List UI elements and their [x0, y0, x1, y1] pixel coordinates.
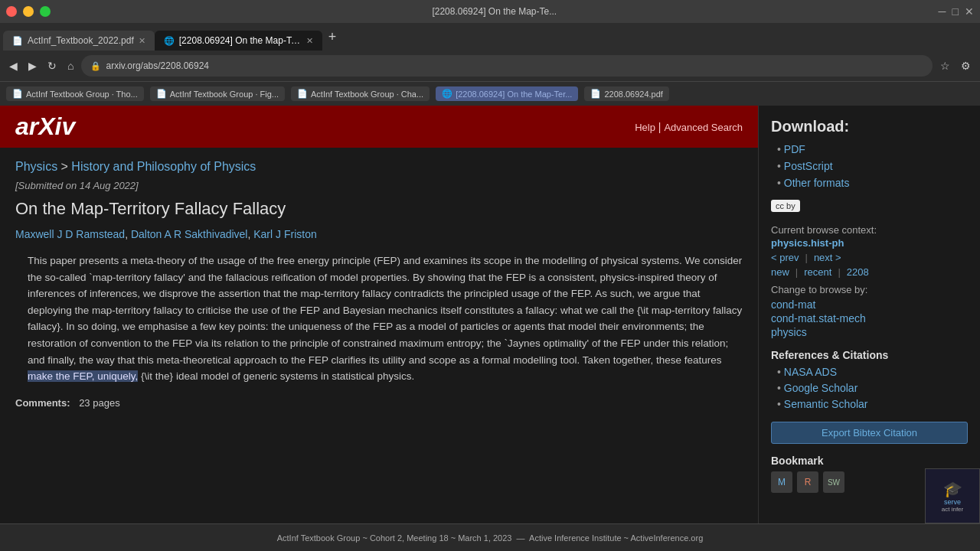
main-content: arXiv Help | Advanced Search Physics > H… [0, 106, 758, 551]
download-ps-item: PostScript [777, 160, 968, 172]
bookmark-star[interactable]: ☆ [937, 57, 953, 75]
forward-button[interactable]: ▶ [25, 57, 40, 75]
browse-nav-links: < prev | next > [771, 252, 968, 263]
ref-nasa-item: NASA ADS [777, 366, 968, 378]
bookmark-1[interactable]: 📄 ActInf Textbook Group · Tho... [6, 86, 144, 101]
next-link[interactable]: next > [814, 252, 841, 263]
submitted-date: [Submitted on 14 Aug 2022] [15, 180, 743, 191]
bookmark-3[interactable]: 📄 ActInf Textbook Group · Cha... [291, 86, 430, 101]
tab-pdf-icon: 📄 [12, 36, 23, 46]
change-browse-label: Change to browse by: [771, 284, 968, 295]
tab-arxiv-close[interactable]: ✕ [306, 36, 313, 46]
browse-cond-mat-link[interactable]: cond-mat [771, 298, 968, 311]
abstract: This paper presents a meta-theory of the… [15, 253, 743, 385]
maximize-button[interactable] [40, 6, 51, 17]
serve-badge-icon: 🎓 [943, 480, 962, 498]
abstract-text-after: {\it the} ideal model of generic systems… [138, 370, 414, 382]
bookmarks-bar: 📄 ActInf Textbook Group · Tho... 📄 ActIn… [0, 81, 980, 106]
tab-arxiv-icon: 🌐 [164, 36, 175, 46]
minimize-button[interactable] [23, 6, 34, 17]
help-link[interactable]: Help [635, 122, 655, 133]
serve-badge: 🎓 serve act infer [925, 468, 980, 523]
footer-line2: Active Inference Institute ~ ActiveInfer… [529, 533, 703, 543]
author-1-link[interactable]: Maxwell J D Ramstead [15, 228, 125, 240]
new-tab-button[interactable]: + [322, 26, 343, 48]
refs-title: References & Citations [771, 349, 968, 361]
abstract-highlight: make the FEP, uniquely, [28, 370, 138, 382]
window-control-max[interactable]: □ [952, 5, 959, 18]
author-2-link[interactable]: Dalton A R Sakthivadivel [131, 228, 248, 240]
extensions-button[interactable]: ⚙ [958, 57, 974, 75]
bookmark-icon-3[interactable]: SW [823, 471, 844, 493]
arxiv-logo-text: arXiv [15, 112, 75, 141]
bookmark-3-label: ActInf Textbook Group · Cha... [311, 90, 423, 99]
browse-year-links: new | recent | 2208 [771, 266, 968, 278]
bookmark-1-label: ActInf Textbook Group · Tho... [26, 90, 138, 99]
refs-list: NASA ADS Google Scholar Semantic Scholar [771, 366, 968, 410]
page-container: arXiv Help | Advanced Search Physics > H… [0, 106, 980, 551]
window-control-min[interactable]: ─ [939, 5, 946, 18]
window-title: [2208.06924] On the Map-Te... [57, 6, 933, 17]
comments-value: 23 pages [79, 397, 120, 409]
content-area: Physics > History and Philosophy of Phys… [0, 148, 758, 421]
tab-pdf-label: ActInf_Textbook_2022.pdf [28, 35, 134, 46]
download-pdf-link[interactable]: PDF [784, 143, 805, 155]
ref-google-link[interactable]: Google Scholar [784, 382, 858, 394]
lock-icon: 🔒 [90, 61, 101, 71]
refs-section: References & Citations NASA ADS Google S… [771, 349, 968, 410]
comments: Comments: 23 pages [15, 397, 743, 409]
browse-physics-link[interactable]: physics [771, 326, 968, 338]
browser-chrome: [2208.06924] On the Map-Te... ─ □ ✕ 📄 Ac… [0, 0, 980, 106]
download-title: Download: [771, 118, 968, 135]
bookmark-icon-3-symbol: SW [828, 478, 840, 487]
bookmark-icon-1-symbol: M [778, 477, 786, 487]
tab-pdf[interactable]: 📄 ActInf_Textbook_2022.pdf ✕ [3, 31, 155, 51]
browse-context-section: Current browse context: physics.hist-ph … [771, 224, 968, 338]
bookmark-2[interactable]: 📄 ActInf Textbook Group · Fig... [150, 86, 285, 101]
title-bar: [2208.06924] On the Map-Te... ─ □ ✕ [0, 0, 980, 23]
ref-nasa-link[interactable]: NASA ADS [784, 366, 837, 378]
refresh-button[interactable]: ↻ [44, 57, 60, 75]
year-link[interactable]: 2208 [847, 266, 869, 278]
author-3-link[interactable]: Karl J Friston [253, 228, 316, 240]
footer-sep: — [514, 533, 530, 543]
advanced-search-link[interactable]: Advanced Search [664, 122, 743, 133]
window-control-close[interactable]: ✕ [965, 5, 974, 18]
bookmark-3-icon: 📄 [297, 89, 308, 99]
serve-badge-sublabel: act infer [942, 506, 963, 513]
paper-title: On the Map-Territory Fallacy Fallacy [15, 199, 743, 219]
home-button[interactable]: ⌂ [64, 57, 77, 75]
back-button[interactable]: ◀ [6, 57, 21, 75]
new-link[interactable]: new [771, 266, 789, 278]
address-bar[interactable]: 🔒 arxiv.org/abs/2208.06924 [81, 55, 933, 77]
ref-semantic-link[interactable]: Semantic Scholar [784, 398, 868, 410]
download-other-link[interactable]: Other formats [784, 177, 850, 189]
ref-google-item: Google Scholar [777, 382, 968, 394]
bookmark-title: Bookmark [771, 455, 968, 467]
download-pdf-item: PDF [777, 143, 968, 155]
tab-arxiv[interactable]: 🌐 [2208.06924] On the Map-Te... ✕ [155, 31, 322, 51]
address-bar-row: ◀ ▶ ↻ ⌂ 🔒 arxiv.org/abs/2208.06924 ☆ ⚙ [0, 51, 980, 81]
export-bibtex-button[interactable]: Export Bibtex Citation [771, 422, 968, 444]
ref-semantic-item: Semantic Scholar [777, 398, 968, 410]
download-ps-link[interactable]: PostScript [784, 160, 833, 172]
breadcrumb-physics-link[interactable]: Physics [15, 160, 57, 173]
bookmark-5[interactable]: 📄 2208.06924.pdf [584, 86, 668, 101]
download-list: PDF PostScript Other formats [771, 143, 968, 189]
address-text: arxiv.org/abs/2208.06924 [106, 60, 209, 71]
bookmark-4[interactable]: 🌐 [2208.06924] On the Map-Ter... [436, 86, 578, 101]
recent-link[interactable]: recent [804, 266, 831, 278]
tab-pdf-close[interactable]: ✕ [139, 36, 145, 46]
download-section: Download: PDF PostScript Other formats c… [771, 118, 968, 212]
serve-badge-label: serve [944, 498, 961, 506]
prev-link[interactable]: < prev [771, 252, 799, 263]
tab-arxiv-label: [2208.06924] On the Map-Te... [179, 35, 302, 46]
browse-cond-mat-stat-link[interactable]: cond-mat.stat-mech [771, 312, 968, 324]
close-button[interactable] [6, 6, 17, 17]
bookmark-1-icon: 📄 [12, 89, 23, 99]
arxiv-nav: Help | Advanced Search [635, 121, 743, 133]
breadcrumb-sub-link[interactable]: History and Philosophy of Physics [71, 160, 256, 173]
bookmark-icon-1[interactable]: M [771, 471, 792, 493]
browse-context-label: Current browse context: [771, 224, 968, 236]
bookmark-icon-2[interactable]: R [797, 471, 818, 493]
